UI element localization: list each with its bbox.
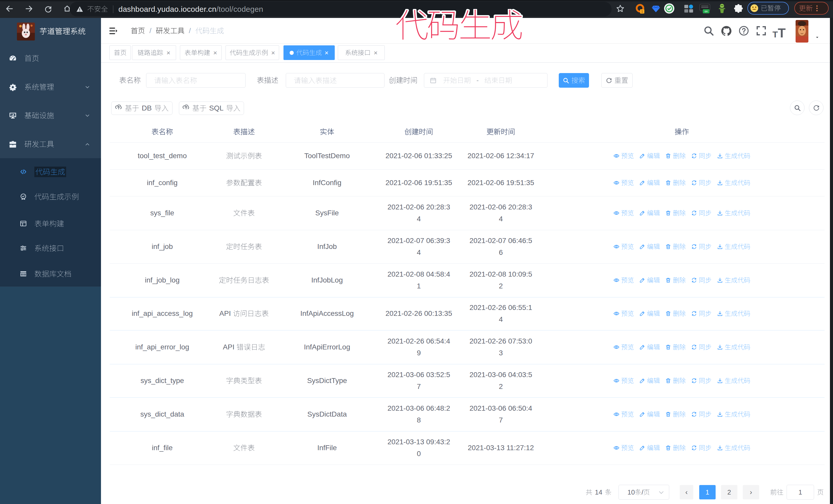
svg-text:on: on	[705, 10, 708, 13]
svg-text:1: 1	[641, 9, 643, 13]
